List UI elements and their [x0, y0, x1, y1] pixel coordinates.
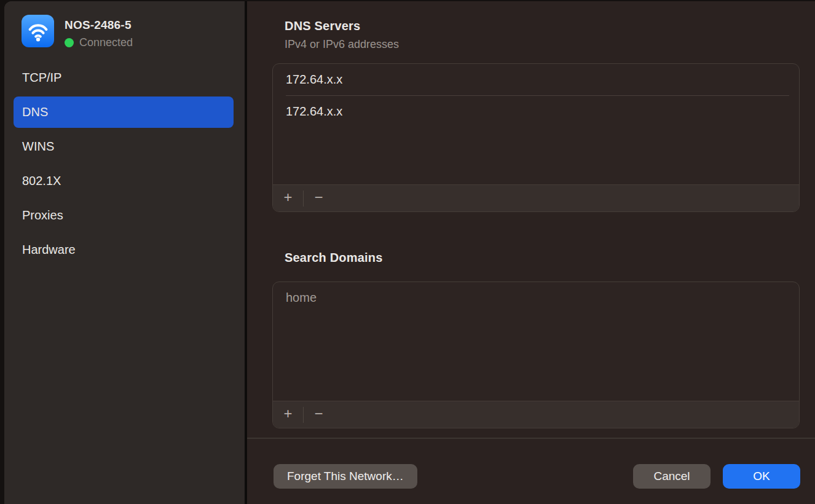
dns-server-value: 172.64.x.x	[286, 73, 342, 87]
network-name: NOS-2486-5	[65, 18, 132, 32]
dialog-footer: Forget This Network… Cancel OK	[274, 464, 800, 489]
dns-servers-title: DNS Servers	[285, 19, 360, 33]
remove-search-domain-button[interactable]: −	[304, 401, 334, 428]
search-domains-title: Search Domains	[285, 251, 383, 265]
cancel-button[interactable]: Cancel	[633, 464, 711, 489]
dns-server-row[interactable]: 172.64.x.x	[273, 96, 799, 127]
search-domains-rows: home	[273, 282, 799, 401]
search-domains-list-footer: + −	[273, 401, 799, 428]
dns-servers-rows: 172.64.x.x 172.64.x.x	[273, 64, 799, 184]
sidebar: NOS-2486-5 Connected TCP/IP DNS WINS 802…	[4, 1, 245, 504]
sidebar-item-wins[interactable]: WINS	[14, 131, 234, 162]
dns-server-value: 172.64.x.x	[286, 104, 342, 119]
dns-server-row[interactable]: 172.64.x.x	[273, 64, 799, 95]
network-status: Connected	[65, 36, 133, 49]
add-dns-server-button[interactable]: +	[273, 185, 303, 211]
wifi-icon	[22, 15, 54, 47]
sidebar-item-label: 802.1X	[22, 174, 61, 188]
ok-button[interactable]: OK	[723, 464, 800, 489]
sidebar-item-label: WINS	[22, 140, 54, 154]
forget-network-button[interactable]: Forget This Network…	[274, 464, 417, 489]
network-details-dialog: NOS-2486-5 Connected TCP/IP DNS WINS 802…	[4, 1, 815, 504]
connected-status-dot	[65, 38, 74, 47]
remove-dns-server-button[interactable]: −	[304, 185, 334, 211]
wifi-icon-glyph	[24, 17, 52, 45]
sidebar-item-label: TCP/IP	[22, 71, 61, 85]
sidebar-item-8021x[interactable]: 802.1X	[14, 165, 234, 197]
sidebar-item-hardware[interactable]: Hardware	[14, 234, 234, 266]
search-domains-list: home + −	[272, 282, 800, 428]
dns-servers-list-footer: + −	[273, 184, 799, 211]
sidebar-item-label: Hardware	[22, 243, 76, 257]
search-domain-value: home	[286, 291, 317, 305]
sidebar-item-tcpip[interactable]: TCP/IP	[14, 62, 234, 93]
sidebar-item-label: DNS	[22, 105, 48, 119]
footer-divider	[247, 438, 815, 439]
search-domain-row[interactable]: home	[273, 282, 799, 313]
connection-status-label: Connected	[79, 36, 133, 49]
sidebar-nav: TCP/IP DNS WINS 802.1X Proxies Hardware	[14, 62, 234, 266]
sidebar-item-dns[interactable]: DNS	[14, 96, 234, 128]
sidebar-item-label: Proxies	[22, 208, 63, 222]
add-search-domain-button[interactable]: +	[273, 401, 303, 428]
main-panel: DNS Servers IPv4 or IPv6 addresses 172.6…	[247, 1, 815, 504]
sidebar-item-proxies[interactable]: Proxies	[14, 200, 234, 231]
dns-servers-list: 172.64.x.x 172.64.x.x + −	[272, 63, 800, 212]
dns-servers-subtitle: IPv4 or IPv6 addresses	[285, 38, 399, 51]
screen: NOS-2486-5 Connected TCP/IP DNS WINS 802…	[0, 0, 815, 504]
